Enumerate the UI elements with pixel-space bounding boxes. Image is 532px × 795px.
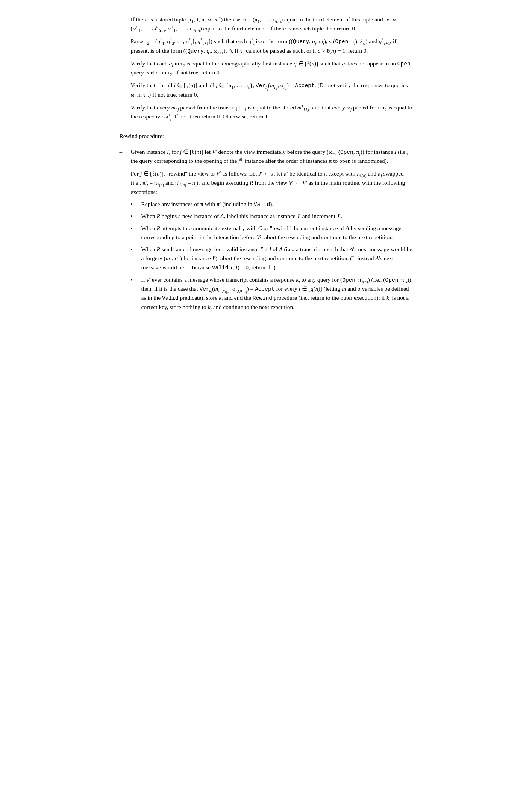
dash-3: – [120,59,128,68]
bullet-dot-b: • [131,212,139,221]
sub-bullet-c: • When R attempts to communicate externa… [131,224,413,242]
top-bullet-list: – If there is a stored tuple (τ1, I, π, … [120,15,413,121]
rewind-bullet-list: – Given instance I, for j ∈ [ℓ(n)] let V… [120,147,413,315]
dash-5: – [120,103,128,112]
rewind-title-text: Rewind procedure: [120,133,164,139]
li-content-4: Verify that, for all i ∈ [q(n)] and all … [131,81,413,99]
bullet-dot-d: • [131,245,139,254]
sub-bullet-a: • Replace any instances of π with π′ (in… [131,200,413,209]
rewind-list-item-1: – Given instance I, for j ∈ [ℓ(n)] let V… [120,147,413,165]
list-item-5: – Verify that every mi,j parsed from the… [120,103,413,121]
list-item-4: – Verify that, for all i ∈ [q(n)] and al… [120,81,413,99]
dash-4: – [120,81,128,90]
rewind-sub-bullets: • Replace any instances of π with π′ (in… [131,200,413,312]
list-item-2: – Parse τ2 = (q*1, q*2, …, q*c[, q*c+1])… [120,37,413,55]
bullet-dot-a: • [131,200,139,209]
li-content-5: Verify that every mi,j parsed from the t… [131,103,413,121]
sub-bullet-d: • When R sends an end message for a vali… [131,245,413,272]
sub-bullet-b: • When R begins a new instance of A, lab… [131,212,413,221]
rewind-dash-2: – [120,169,128,178]
rewind-dash-1: – [120,147,128,156]
dash-1: – [120,15,128,24]
rewind-list-item-2: – For j ∈ [ℓ(n)], "rewind" the view to V… [120,169,413,314]
dash-2: – [120,37,128,46]
sub-li-content-e: If v′ ever contains a message whose tran… [141,275,413,312]
main-content: – If there is a stored tuple (τ1, I, π, … [120,15,413,315]
sub-li-content-b: When R begins a new instance of A, label… [141,212,413,221]
sub-li-content-c: When R attempts to communicate externall… [141,224,413,242]
list-item-1: – If there is a stored tuple (τ1, I, π, … [120,15,413,33]
li-content-3: Verify that each qi in τ2 is equal to th… [131,59,413,77]
sub-bullet-e: • If v′ ever contains a message whose tr… [131,275,413,312]
li-content-1: If there is a stored tuple (τ1, I, π, ω,… [131,15,413,33]
rewind-li-content-1: Given instance I, for j ∈ [ℓ(n)] let Vj … [131,147,413,165]
list-item-3: – Verify that each qi in τ2 is equal to … [120,59,413,77]
bullet-dot-e: • [131,275,139,284]
rewind-li-content-2: For j ∈ [ℓ(n)], "rewind" the view to Vj … [131,169,413,314]
sub-li-content-d: When R sends an end message for a valid … [141,245,413,272]
sub-li-content-a: Replace any instances of π with π′ (incl… [141,200,413,209]
bullet-dot-c: • [131,224,139,233]
rewind-section-title: Rewind procedure: [120,132,413,141]
li-content-2: Parse τ2 = (q*1, q*2, …, q*c[, q*c+1]) s… [131,37,413,55]
